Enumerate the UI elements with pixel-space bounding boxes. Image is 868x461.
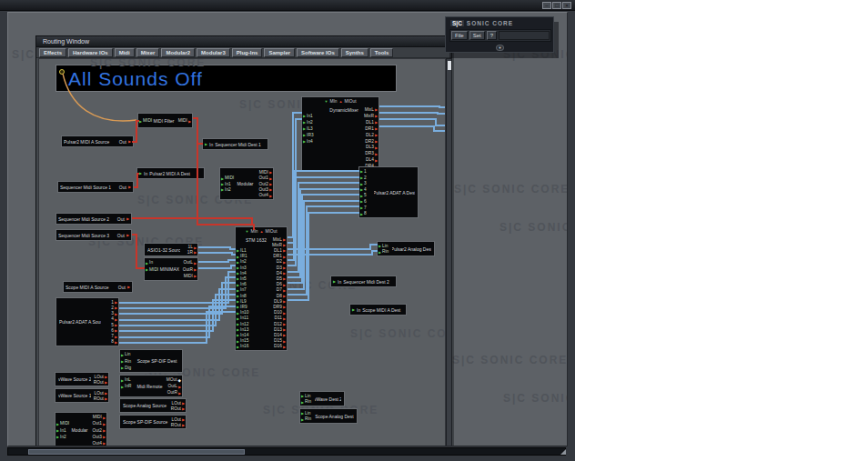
wire-orange-1[interactable] bbox=[63, 74, 136, 121]
tab-modular3[interactable]: Modular3 bbox=[197, 48, 230, 57]
sonic-core-file-button[interactable]: File bbox=[451, 31, 468, 40]
maximize-button[interactable]: □ bbox=[552, 2, 561, 9]
wire-layer bbox=[39, 59, 446, 446]
wire-blue-31[interactable] bbox=[119, 312, 236, 343]
horizontal-scrollbar[interactable] bbox=[7, 447, 566, 456]
wire-blue-28[interactable] bbox=[119, 295, 236, 326]
wire-blue-32[interactable] bbox=[198, 247, 236, 249]
sonic-core-toolbar-blank bbox=[499, 31, 550, 40]
wire-blue-30[interactable] bbox=[119, 306, 236, 337]
routing-window: Routing Window EffectsHardware IOsMidiMi… bbox=[35, 35, 452, 446]
watermark: S|C SONIC CORE bbox=[503, 392, 568, 405]
tab-sampler[interactable]: Sampler bbox=[264, 48, 295, 57]
routing-window-titlebar[interactable]: Routing Window bbox=[36, 36, 451, 47]
tab-plug-ins[interactable]: Plug-Ins bbox=[232, 48, 263, 57]
tab-mixer[interactable]: Mixer bbox=[136, 48, 160, 57]
wire-blue-24[interactable] bbox=[119, 272, 236, 303]
routing-window-menubar: EffectsHardware IOsMidiMixerModular2Modu… bbox=[36, 47, 451, 58]
wire-blue-12[interactable] bbox=[379, 119, 446, 125]
watermark: S|C SONIC CORE bbox=[454, 183, 568, 195]
wire-blue-14[interactable] bbox=[288, 245, 378, 249]
tab-effects[interactable]: Effects bbox=[39, 48, 66, 57]
watermark: S|C SONIC CORE bbox=[500, 221, 568, 234]
tab-modular2[interactable]: Modular2 bbox=[161, 48, 195, 57]
watermark: S|C SONIC CORE bbox=[452, 354, 568, 366]
wire-blue-29[interactable] bbox=[119, 300, 236, 331]
close-button[interactable]: × bbox=[562, 2, 571, 9]
app-workspace: S|C SONIC CORES|C SONIC CORES|C SONIC CO… bbox=[7, 12, 568, 446]
app-window: S|C SONIC CORES|C SONIC CORES|C SONIC CO… bbox=[0, 0, 575, 461]
wire-red-7[interactable] bbox=[132, 235, 145, 268]
wire-blue-25[interactable] bbox=[119, 277, 236, 308]
wire-blue-15[interactable] bbox=[288, 251, 378, 255]
app-resize-grip[interactable] bbox=[560, 449, 566, 455]
sonic-core-collapse-button[interactable]: ▼ bbox=[496, 45, 504, 51]
sonic-core-title: SONIC CORE bbox=[467, 20, 513, 26]
sonic-core-titlebar[interactable]: S|C SONIC CORE bbox=[450, 19, 513, 27]
tab-midi[interactable]: Midi bbox=[115, 48, 135, 57]
sonic-core-logo: S|C bbox=[450, 20, 464, 26]
wire-red-5[interactable] bbox=[134, 174, 139, 187]
vertical-scrollbar[interactable] bbox=[446, 58, 452, 446]
wire-blue-27[interactable] bbox=[119, 289, 236, 320]
minimize-button[interactable]: – bbox=[542, 2, 551, 9]
wire-blue-13[interactable] bbox=[379, 126, 446, 131]
vertical-scrollbar-thumb[interactable] bbox=[448, 61, 451, 70]
sonic-core-set-button[interactable]: Set bbox=[469, 31, 485, 40]
wire-red-3[interactable] bbox=[193, 118, 254, 230]
horizontal-scrollbar-thumb[interactable] bbox=[28, 449, 245, 455]
wire-red-6[interactable] bbox=[132, 218, 254, 225]
wire-blue-35[interactable] bbox=[198, 266, 236, 268]
wire-blue-26[interactable] bbox=[119, 283, 236, 314]
app-titlebar bbox=[0, 0, 575, 11]
tab-synths[interactable]: Synths bbox=[341, 48, 368, 57]
sonic-core-help-button[interactable]: ? bbox=[487, 31, 497, 40]
sonic-core-toolbar: FileSet? bbox=[449, 29, 551, 42]
wire-blue-33[interactable] bbox=[198, 253, 236, 255]
tab-software-ios[interactable]: Software IOs bbox=[297, 48, 339, 57]
wire-blue-34[interactable] bbox=[198, 260, 236, 262]
tab-tools[interactable]: Tools bbox=[370, 48, 394, 57]
wire-blue-10[interactable] bbox=[379, 106, 446, 107]
sonic-core-window: S|C SONIC CORE FileSet? ▼ bbox=[445, 16, 554, 53]
wire-blue-18[interactable] bbox=[288, 183, 359, 272]
routing-canvas[interactable]: S|C SONIC CORES|C SONIC CORES|C SONIC CO… bbox=[38, 58, 446, 446]
wire-blue-11[interactable] bbox=[379, 113, 446, 114]
tab-hardware-ios[interactable]: Hardware IOs bbox=[68, 48, 113, 57]
wire-red-2[interactable] bbox=[132, 121, 139, 142]
